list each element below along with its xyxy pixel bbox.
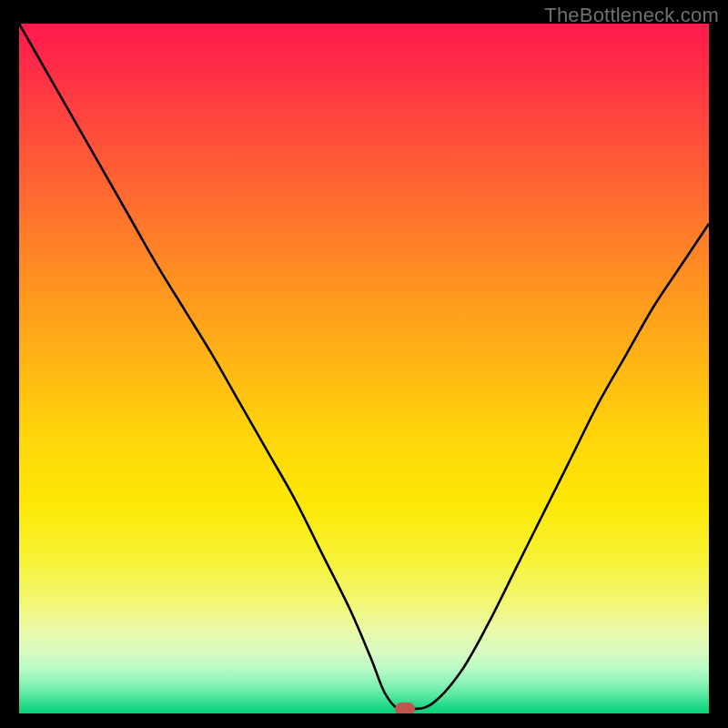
chart-frame: TheBottleneck.com [0,0,728,728]
bottleneck-curve [19,24,709,713]
optimal-marker [395,703,415,713]
curve-path [19,24,709,711]
plot-area [19,24,709,713]
watermark-text: TheBottleneck.com [544,4,719,27]
